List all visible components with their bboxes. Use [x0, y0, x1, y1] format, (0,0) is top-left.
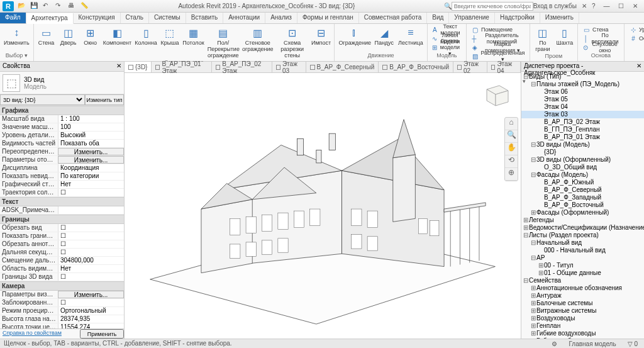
tree-node[interactable]: ⊟Фасады (Модель) [521, 171, 644, 179]
prop-value[interactable]: Координация [58, 164, 124, 172]
menu-tab-11[interactable]: Управление [449, 13, 495, 23]
open-icon[interactable]: 📂 [18, 2, 26, 11]
tree-node[interactable]: ⊞Генплан [521, 322, 644, 330]
tree-twisty-icon[interactable]: ⊞ [530, 284, 536, 292]
view-tab-2[interactable]: В_АР_ПЭ_02 Этаж [212, 62, 272, 72]
minimize-button[interactable]: — [600, 3, 613, 9]
tree-node[interactable]: Этаж 03 [521, 111, 644, 118]
help-icon[interactable]: ? [592, 3, 596, 9]
tree-node[interactable]: 000 - Начальный вид [521, 247, 644, 254]
tree-node[interactable]: ⊞01 - Общие данные [521, 269, 644, 277]
main-model-label[interactable]: Главная модель [566, 340, 618, 347]
tree-node[interactable]: ⊞Гибкие трубы [521, 337, 644, 339]
prop-value[interactable] [58, 299, 124, 306]
ribbon-btn-0-0[interactable]: ↕Изменить [3, 25, 31, 52]
prop-value[interactable]: Ортогональный [58, 307, 124, 315]
tree-node[interactable]: ⊞Антураж [521, 292, 644, 300]
tree-node[interactable]: ⊟Начальный вид [521, 239, 644, 247]
tree-node[interactable]: {3D} [521, 149, 644, 156]
tree-node[interactable]: ⊞Фасады (Оформленный) [521, 209, 644, 216]
model-view[interactable] [125, 73, 521, 339]
save-icon[interactable]: 💾 [30, 2, 39, 11]
ribbon-btn-1-1[interactable]: ◫Дверь [58, 25, 79, 59]
ribbon-btn-1-4[interactable]: ▯Колонна [134, 25, 158, 59]
ribbon-btn-1-0[interactable]: ▭Стена [36, 25, 57, 59]
ribbon-btn-3-2[interactable]: ⊞Группа модели ▾ [430, 43, 464, 52]
tree-twisty-icon[interactable]: ⊞ [530, 322, 536, 330]
prop-value[interactable]: 1 : 100 [58, 115, 124, 123]
view-tab-3[interactable]: Этаж 03 [272, 62, 306, 72]
undo-icon[interactable]: ↶ [43, 2, 52, 11]
filter-icon[interactable]: ▽ 0 [625, 340, 640, 347]
instance-selector[interactable]: 3D вид: {3D} [0, 94, 85, 105]
tree-twisty-icon[interactable]: ⊞ [530, 330, 536, 337]
apply-button[interactable]: Применить [80, 329, 124, 339]
menu-tab-3[interactable]: Сталь [121, 13, 149, 23]
maximize-button[interactable]: ☐ [614, 3, 627, 9]
print-icon[interactable]: 🖶 [68, 2, 77, 11]
ribbon-btn-7-0[interactable]: ⊹Уровень [627, 25, 644, 34]
tree-node[interactable]: ⊟3D виды (Оформленный) [521, 156, 644, 164]
tree-node[interactable]: В_АР_Ф_Южный [521, 179, 644, 186]
tree-twisty-icon[interactable]: ⊟ [523, 277, 529, 284]
view-cube[interactable] [478, 77, 513, 112]
menu-tab-8[interactable]: Формы и генплан [297, 13, 359, 23]
tree-node[interactable]: В_АР_ПЭ_02 Этаж [521, 118, 644, 126]
nav-tool-3[interactable]: ⟲ [505, 155, 518, 168]
prop-value[interactable] [58, 189, 124, 196]
tree-node[interactable]: ⊟Планы этажей (ПЭ_Модель) [521, 81, 644, 88]
tree-twisty-icon[interactable]: ⊟ [530, 81, 536, 88]
tree-twisty-icon[interactable]: ⊞ [530, 307, 536, 315]
nav-tool-4[interactable]: ⊕ [505, 168, 518, 181]
tree-twisty-icon[interactable]: ⊟ [530, 254, 536, 262]
tree-twisty-icon[interactable]: ⊞ [530, 209, 536, 216]
menu-tab-6[interactable]: Аннотации [223, 13, 265, 23]
view-tab-5[interactable]: В_АР_Ф_Восточный [379, 62, 453, 72]
tree-node[interactable]: В_АР_Ф_Восточный [521, 201, 644, 209]
tree-node[interactable]: ⊞Витражные системы [521, 307, 644, 315]
tree-twisty-icon[interactable]: ⊞ [530, 300, 536, 307]
ribbon-btn-1-8[interactable]: ▥Стеновое ограждение [242, 25, 274, 59]
tree-node[interactable]: Этаж 04 [521, 103, 644, 111]
tree-node[interactable]: ⊞Легенды [521, 216, 644, 224]
tree-node[interactable]: ⊟Виды (Тип) [521, 73, 644, 81]
prop-value[interactable] [58, 224, 124, 232]
tree-node[interactable]: ⊞Аннотационные обозначения [521, 284, 644, 292]
ribbon-btn-1-6[interactable]: ▦Потолок [182, 25, 205, 59]
tree-node[interactable]: ⊟АР [521, 254, 644, 262]
signin-link[interactable]: Вход в службы [533, 3, 577, 9]
ribbon-btn-1-10[interactable]: ⊟Импост [311, 25, 332, 59]
tree-node[interactable]: В_АР_ПЭ_01 Этаж [521, 133, 644, 141]
canvas-3d[interactable]: ⌂🔍✋⟲⊕ [125, 73, 521, 339]
tree-node[interactable]: В_АР_Ф_Западный [521, 194, 644, 201]
prop-value[interactable]: По категории [58, 172, 124, 180]
prop-value[interactable]: Нет [58, 181, 124, 188]
tree-twisty-icon[interactable]: ⊟ [530, 156, 536, 164]
tree-twisty-icon[interactable]: ⊞ [538, 269, 544, 277]
close-button[interactable]: ✕ [629, 3, 641, 9]
worksets-indicator[interactable]: ⚙ [549, 340, 560, 347]
ribbon-btn-6-2[interactable]: ⊙Слуховое окно [580, 43, 621, 52]
tree-node[interactable]: ⊞Ведомости/Спецификации (Назначение виду… [521, 224, 644, 232]
tree-node[interactable]: ⊟Семейства [521, 277, 644, 284]
prop-value[interactable] [58, 206, 124, 214]
ribbon-btn-2-0[interactable]: ⫿Ограждение [337, 25, 371, 52]
ribbon-btn-1-7[interactable]: ▤Пол/Перекрытие ограждение [207, 25, 240, 59]
browser-close-icon[interactable]: ✕ [636, 62, 641, 70]
redo-icon[interactable]: ↷ [55, 2, 64, 11]
tree-node[interactable]: ⊞Воздуховоды [521, 315, 644, 322]
prop-value[interactable]: Изменить... [58, 148, 124, 155]
ribbon-btn-2-1[interactable]: ◢Пандус [373, 25, 395, 52]
ribbon-btn-7-1[interactable]: #Ось [627, 34, 644, 43]
ribbon-btn-5-1[interactable]: ▯Шахта [555, 25, 575, 53]
menu-tab-10[interactable]: Вид [427, 13, 449, 23]
prop-value[interactable] [58, 232, 124, 240]
prop-value[interactable]: Высокий [58, 132, 124, 139]
tree-twisty-icon[interactable]: ⊞ [523, 216, 529, 224]
prop-value[interactable]: Изменить... [58, 156, 124, 164]
ribbon-btn-1-2[interactable]: ⊞Окно [80, 25, 101, 59]
view-tab-0[interactable]: {3D} [125, 62, 152, 72]
tree-twisty-icon[interactable]: ⊟ [523, 232, 529, 239]
view-tab-4[interactable]: В_АР_Ф_Северный [306, 62, 379, 72]
menu-tab-12[interactable]: Надстройки [495, 13, 540, 23]
